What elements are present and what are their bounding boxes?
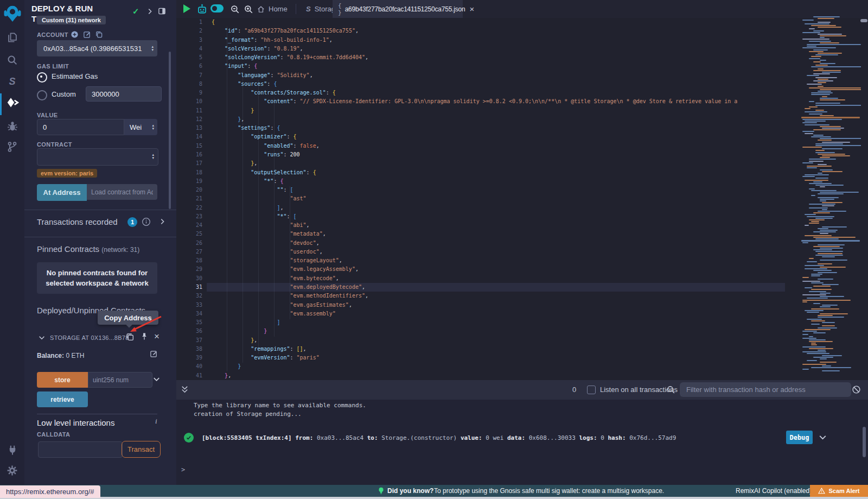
solidity-compiler-icon[interactable]: S xyxy=(0,76,24,87)
code-line[interactable]: 18 "outputSelection": { xyxy=(176,168,785,177)
at-address-button[interactable]: At Address xyxy=(37,184,87,201)
debugger-icon[interactable] xyxy=(0,121,24,132)
at-address-input[interactable] xyxy=(87,184,157,200)
code-line[interactable]: 8 "sources": { xyxy=(176,80,785,89)
code-line[interactable]: 39 "evmVersion": "paris" xyxy=(176,353,785,362)
code-line[interactable]: 5 "solcLongVersion": "0.8.19+commit.7dd6… xyxy=(176,53,785,62)
estimated-gas-radio[interactable] xyxy=(37,72,47,83)
edit-account-icon[interactable] xyxy=(83,30,91,39)
listen-checkbox[interactable] xyxy=(587,386,596,394)
edit-balance-icon[interactable] xyxy=(150,350,158,358)
settings-gear-icon[interactable] xyxy=(0,465,24,476)
code-line[interactable]: 6 "input": { xyxy=(176,62,785,71)
tx-expand-icon[interactable] xyxy=(818,433,827,442)
copilot-status[interactable]: RemixAI Copilot (enabled) xyxy=(736,487,812,495)
plugin-manager-icon[interactable] xyxy=(0,444,24,456)
code-line[interactable]: 28 "storageLayout", xyxy=(176,256,785,265)
editor-scrollbar-thumb[interactable] xyxy=(860,19,867,22)
account-stepper-icon[interactable]: ▴▾ xyxy=(151,45,154,52)
transact-button[interactable]: Transact xyxy=(122,441,161,458)
retrieve-button[interactable]: retrieve xyxy=(37,391,88,407)
code-line[interactable]: 41 }, xyxy=(176,371,785,380)
code-line[interactable]: 22 ], xyxy=(176,204,785,212)
code-line[interactable]: 3 "_format": "hh-sol-build-info-1", xyxy=(176,36,785,45)
code-line[interactable]: 27 "userdoc", xyxy=(176,248,785,256)
terminal-collapse-icon[interactable] xyxy=(181,385,189,394)
filter-input[interactable] xyxy=(680,382,851,397)
code-line[interactable]: 17 }, xyxy=(176,159,785,168)
tab-home[interactable]: Home xyxy=(250,0,295,18)
code-line[interactable]: 23 "*": [ xyxy=(176,212,785,221)
code-line[interactable]: 1{ xyxy=(176,18,785,27)
copy-account-icon[interactable] xyxy=(95,30,103,39)
calldata-input[interactable] xyxy=(38,441,123,458)
debug-button[interactable]: Debug xyxy=(786,431,813,444)
contract-stepper-icon[interactable]: ▴▾ xyxy=(152,153,154,160)
deployed-contract-name[interactable]: STORAGE AT 0X136...8B78 xyxy=(50,334,129,341)
code-line[interactable]: 32 "evm.methodIdentifiers", xyxy=(176,292,785,300)
code-line[interactable]: 40 } xyxy=(176,362,785,371)
custom-gas-radio[interactable] xyxy=(37,90,47,100)
value-unit-stepper-icon[interactable]: ▴▾ xyxy=(152,124,154,130)
store-arg-input[interactable] xyxy=(88,372,152,388)
code-line[interactable]: 38 "remappings": [], xyxy=(176,345,785,353)
code-line[interactable]: 9 "contracts/Storage.sol": { xyxy=(176,89,785,97)
value-unit-select[interactable]: Wei ▴▾ xyxy=(124,119,157,135)
code-line[interactable]: 37 }, xyxy=(176,336,785,345)
terminal-prompt[interactable]: > xyxy=(181,466,185,473)
lowlevel-info-icon[interactable]: i xyxy=(155,417,157,426)
code-line[interactable]: 19 "*": { xyxy=(176,177,785,186)
code-line[interactable]: 21 "ast" xyxy=(176,194,785,203)
scam-alert-button[interactable]: Scam Alert xyxy=(810,485,868,497)
run-script-icon[interactable] xyxy=(183,4,190,13)
deploy-and-run-icon[interactable] xyxy=(0,97,24,110)
code-line[interactable]: 10 "content": "// SPDX-License-Identifie… xyxy=(176,97,785,106)
code-line[interactable]: 14 "optimizer": { xyxy=(176,132,785,141)
custom-gas-input[interactable] xyxy=(86,86,162,102)
source-control-icon[interactable] xyxy=(0,141,24,153)
search-icon[interactable] xyxy=(0,54,24,66)
value-input[interactable] xyxy=(37,119,124,135)
code-line[interactable]: 7 "language": "Solidity", xyxy=(176,71,785,80)
file-explorer-icon[interactable] xyxy=(0,31,24,43)
account-select[interactable]: 0xA03...85ac4 (0.39866531531 ▴▾ xyxy=(37,40,157,56)
code-line[interactable]: 36 } xyxy=(176,327,785,336)
store-expand-icon[interactable] xyxy=(152,375,161,383)
code-line[interactable]: 29 "evm.legacyAssembly", xyxy=(176,265,785,274)
code-area[interactable]: 1{2 "id": "a69b43f277ba20fcac141151250ca… xyxy=(176,18,785,380)
terminal-search-icon[interactable] xyxy=(666,385,675,394)
terminal-scrollbar[interactable] xyxy=(863,427,866,457)
code-line[interactable]: 31 "evm.deployedBytecode", xyxy=(176,283,785,292)
remix-logo[interactable] xyxy=(0,4,24,23)
tx-log-text[interactable]: [block:5583405 txIndex:4] from: 0xa03...… xyxy=(202,434,676,441)
tab-json-active[interactable]: { } a69b43f277ba20fcac141151250ca755.jso… xyxy=(333,0,463,18)
code-line[interactable]: 4 "solcVersion": "0.8.19", xyxy=(176,45,785,53)
code-line[interactable]: 24 "abi", xyxy=(176,221,785,230)
code-line[interactable]: 25 "metadata", xyxy=(176,230,785,238)
panel-scrollbar[interactable] xyxy=(169,52,171,209)
code-line[interactable]: 13 "settings": { xyxy=(176,124,785,132)
code-line[interactable]: 26 "devdoc", xyxy=(176,239,785,248)
panel-chevron-right-icon[interactable] xyxy=(146,8,154,15)
code-line[interactable]: 12 }, xyxy=(176,115,785,124)
code-lines[interactable]: 1{2 "id": "a69b43f277ba20fcac141151250ca… xyxy=(176,18,785,380)
pin-panel-icon[interactable] xyxy=(158,7,166,15)
code-line[interactable]: 11 } xyxy=(176,106,785,115)
zoom-out-icon[interactable] xyxy=(230,4,240,14)
code-line[interactable]: 2 "id": "a69b43f277ba20fcac141151250ca75… xyxy=(176,27,785,35)
clear-terminal-icon[interactable] xyxy=(852,385,861,394)
store-button[interactable]: store xyxy=(37,372,88,388)
code-line[interactable]: 20 "": [ xyxy=(176,186,785,194)
code-line[interactable]: 35 ] xyxy=(176,318,785,327)
contract-select[interactable]: ▴▾ xyxy=(37,148,158,166)
contract-collapse-icon[interactable] xyxy=(38,334,46,342)
transactions-info-icon[interactable] xyxy=(142,217,151,226)
code-line[interactable]: 15 "enabled": false, xyxy=(176,142,785,150)
code-line[interactable]: 30 "evm.bytecode", xyxy=(176,274,785,283)
code-line[interactable]: 34 "evm.assembly" xyxy=(176,309,785,318)
add-account-icon[interactable] xyxy=(71,30,79,39)
close-tab-icon[interactable]: × xyxy=(470,4,475,14)
transactions-expand-icon[interactable] xyxy=(158,218,166,225)
code-line[interactable]: 16 "runs": 200 xyxy=(176,150,785,159)
ai-assistant-icon[interactable] xyxy=(196,3,208,15)
